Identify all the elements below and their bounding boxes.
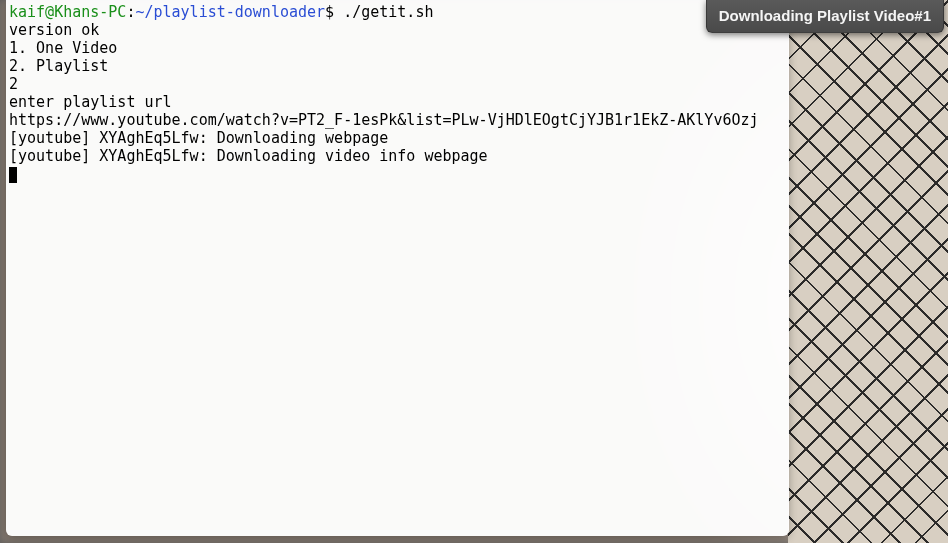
notification-title: Downloading Playlist Video#1 [719, 7, 931, 24]
terminal-output-line: 2 [9, 75, 786, 93]
terminal-dollar: $ [325, 3, 334, 21]
terminal-output-line: enter playlist url [9, 93, 786, 111]
terminal-output-line: [youtube] XYAghEq5Lfw: Downloading video… [9, 147, 786, 165]
terminal-window[interactable]: kaif@Khans-PC:~/playlist-downloader$ ./g… [6, 0, 789, 536]
terminal-path: ~/playlist-downloader [135, 3, 325, 21]
desktop-wallpaper-detail [788, 0, 948, 543]
terminal-output-line: 2. Playlist [9, 57, 786, 75]
terminal-output-line: https://www.youtube.com/watch?v=PT2_F-1e… [9, 111, 786, 129]
terminal-output-line: 1. One Video [9, 39, 786, 57]
terminal-command: ./getit.sh [334, 3, 433, 21]
terminal-user-host: kaif@Khans-PC [9, 3, 126, 21]
notification-bubble[interactable]: Downloading Playlist Video#1 [706, 0, 944, 33]
terminal-output-line: version ok [9, 21, 786, 39]
terminal-prompt-line: kaif@Khans-PC:~/playlist-downloader$ ./g… [9, 3, 786, 21]
terminal-output-line: [youtube] XYAghEq5Lfw: Downloading webpa… [9, 129, 786, 147]
terminal-cursor [9, 167, 17, 183]
terminal-cursor-line [9, 165, 786, 183]
